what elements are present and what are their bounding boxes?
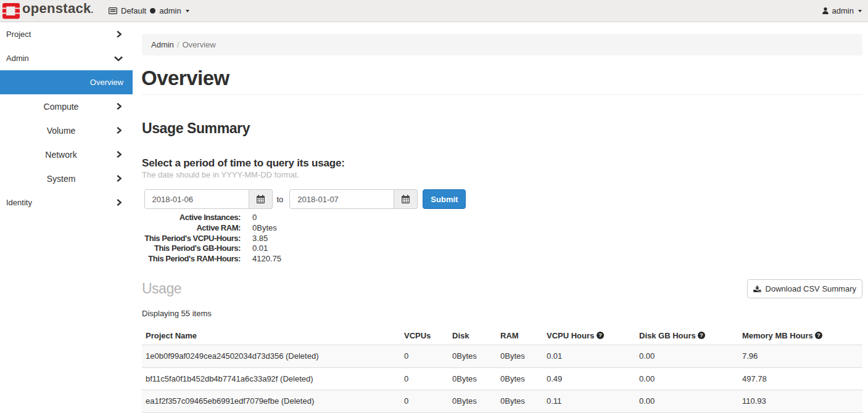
svg-text:?: ? [817,332,821,339]
svg-text:?: ? [700,332,703,339]
svg-text:?: ? [598,332,602,339]
